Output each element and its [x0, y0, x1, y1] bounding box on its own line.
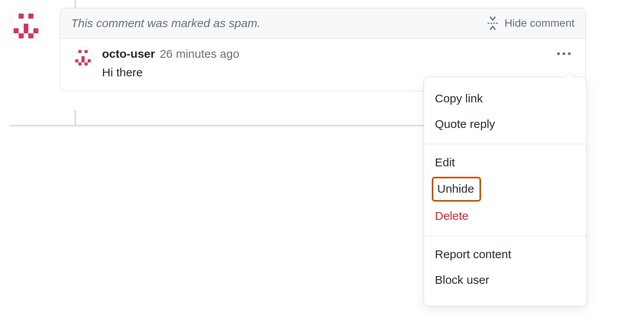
hide-comment-toggle[interactable]: Hide comment [486, 17, 575, 29]
menu-item-block-user[interactable]: Block user [424, 267, 586, 293]
avatar[interactable] [73, 47, 93, 68]
fold-icon [486, 17, 499, 29]
username-link[interactable]: octo-user [102, 47, 155, 60]
identicon-icon [73, 48, 93, 68]
timeline-rule [74, 110, 76, 126]
comment-header: This comment was marked as spam. Hide co… [60, 8, 585, 39]
menu-item-delete[interactable]: Delete [424, 203, 586, 229]
identicon-icon [10, 10, 42, 42]
menu-separator [424, 236, 586, 236]
kebab-horizontal-icon [568, 52, 571, 55]
comment-actions-kebab[interactable] [555, 47, 572, 60]
comment-actions-menu: Copy link Quote reply Edit Unhide Delete… [424, 77, 587, 306]
kebab-horizontal-icon [563, 52, 565, 55]
menu-separator [424, 144, 586, 144]
comment-meta: octo-user 26 minutes ago Hi there [102, 47, 239, 79]
timestamp[interactable]: 26 minutes ago [160, 47, 239, 60]
comment-text: Hi there [102, 66, 239, 79]
hide-comment-label: Hide comment [504, 17, 575, 29]
avatar[interactable] [9, 9, 43, 43]
menu-item-copy-link[interactable]: Copy link [424, 86, 586, 111]
menu-item-quote-reply[interactable]: Quote reply [424, 111, 586, 137]
menu-item-unhide[interactable]: Unhide [432, 177, 481, 202]
spam-notice: This comment was marked as spam. [71, 17, 260, 30]
timeline-rule [74, 0, 76, 8]
menu-item-report-content[interactable]: Report content [424, 242, 586, 267]
kebab-horizontal-icon [557, 52, 560, 55]
menu-item-edit[interactable]: Edit [424, 150, 586, 175]
